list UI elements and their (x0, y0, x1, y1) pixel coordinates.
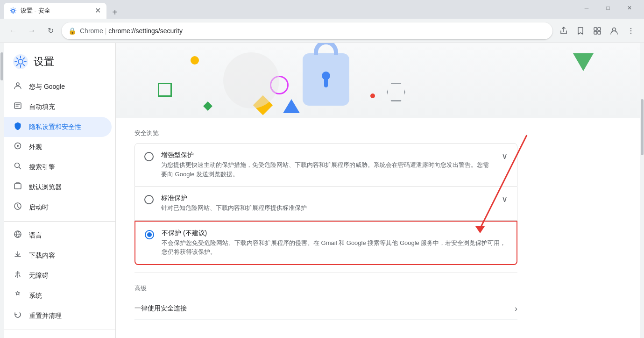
autofill-icon (13, 101, 22, 112)
content-area: 安全浏览 增强型保护 为您提供更快速主动的保护措施，免受危险网站、下载内容和扩展… (116, 129, 536, 338)
svg-rect-3 (594, 31, 597, 34)
chevron-down-icon: › (515, 304, 517, 314)
sidebar-label-language: 语言 (29, 231, 42, 240)
sidebar-scrollbar[interactable] (0, 43, 4, 338)
search-icon (13, 162, 22, 173)
svg-rect-2 (598, 28, 601, 30)
sidebar-label-appearance: 外观 (29, 143, 42, 151)
option-enhanced-content: 增强型保护 为您提供更快速主动的保护措施，免受危险网站、下载内容和扩展程序的威胁… (161, 151, 494, 179)
deco-red-dot (370, 93, 375, 98)
title-bar: 设置 - 安全 ✕ + ─ □ ✕ (0, 0, 644, 19)
system-icon (13, 290, 22, 301)
svg-point-14 (17, 145, 19, 147)
advanced-item-secure[interactable]: 一律使用安全连接 › (134, 298, 517, 320)
tab-favicon (9, 7, 17, 14)
close-button[interactable]: ✕ (619, 0, 640, 16)
radio-standard[interactable] (144, 195, 154, 204)
appearance-icon (13, 142, 22, 152)
deco-gray-circle (223, 52, 279, 108)
browser-frame: 设置 - 安全 ✕ + ─ □ ✕ ← → ↻ 🔒 Chrome | chrom… (0, 0, 644, 338)
option-standard-content: 标准保护 针对已知危险网站、下载内容和扩展程序提供标准保护 (161, 194, 494, 213)
option-enhanced-desc: 为您提供更快速主动的保护措施，免受危险网站、下载内容和扩展程序的威胁。系统会在密… (161, 160, 494, 179)
reset-icon (13, 310, 22, 321)
sidebar-item-accessibility[interactable]: 无障碍 (4, 266, 112, 286)
accessibility-icon (13, 270, 22, 281)
tab-close-button[interactable]: ✕ (95, 7, 101, 14)
option-noprotect-content: 不保护 (不建议) 不会保护您免受危险网站、下载内容和扩展程序的侵害。在 Gma… (162, 229, 507, 257)
bookmark-icon[interactable] (573, 23, 588, 38)
svg-rect-1 (594, 28, 597, 30)
sidebar-item-autofill[interactable]: 自动填充 (4, 97, 112, 117)
settings-header: 设置 (4, 47, 115, 77)
option-standard-desc: 针对已知危险网站、下载内容和扩展程序提供标准保护 (161, 203, 494, 213)
sidebar-item-language[interactable]: 语言 (4, 225, 112, 245)
expand-standard-icon[interactable]: ∨ (502, 194, 508, 204)
address-text: Chrome | chrome://settings/security (80, 27, 546, 35)
sidebar-item-startup[interactable]: 启动时 (4, 197, 112, 217)
address-input[interactable]: 🔒 Chrome | chrome://settings/security (62, 22, 552, 39)
toolbar-icons (556, 23, 638, 38)
settings-title: 设置 (34, 55, 54, 69)
menu-icon[interactable] (623, 23, 638, 38)
minimize-button[interactable]: ─ (576, 0, 597, 16)
back-button[interactable]: ← (6, 23, 21, 38)
profile-icon[interactable] (607, 23, 622, 38)
settings-logo (13, 54, 28, 69)
share-icon[interactable] (556, 23, 571, 38)
active-tab[interactable]: 设置 - 安全 ✕ (4, 3, 106, 19)
deco-lock-body (303, 53, 349, 106)
sidebar-label-default-browser: 默认浏览器 (29, 183, 62, 192)
sidebar-label-search: 搜索引擎 (29, 163, 55, 172)
privacy-icon (13, 122, 22, 132)
lock-icon: 🔒 (68, 27, 76, 35)
option-standard[interactable]: 标准保护 针对已知危险网站、下载内容和扩展程序提供标准保护 ∨ (134, 187, 517, 221)
sidebar-label-downloads: 下载内容 (29, 252, 55, 260)
illustration-area (116, 43, 640, 118)
refresh-button[interactable]: ↻ (43, 23, 58, 38)
customize-icon[interactable] (590, 23, 605, 38)
radio-enhanced[interactable] (144, 152, 154, 161)
deco-green-triangle (573, 53, 594, 71)
downloads-icon (13, 250, 22, 261)
deco-gray-hex (387, 83, 405, 101)
option-noprotect-title: 不保护 (不建议) (162, 229, 507, 237)
radio-noprotect[interactable] (145, 230, 154, 239)
option-noprotect[interactable]: 不保护 (不建议) 不会保护您免受危险网站、下载内容和扩展程序的侵害。在 Gma… (134, 221, 517, 265)
address-url: chrome://settings/security (108, 27, 183, 35)
new-tab-button[interactable]: + (108, 6, 121, 19)
sidebar-label-google: 您与 Google (29, 83, 65, 91)
sidebar-item-privacy[interactable]: 隐私设置和安全性 (4, 117, 112, 137)
sidebar-item-search[interactable]: 搜索引擎 (4, 157, 112, 177)
window-controls: ─ □ ✕ (576, 0, 640, 19)
sidebar-label-system: 系统 (29, 292, 42, 300)
language-icon (13, 230, 22, 241)
svg-point-19 (17, 271, 19, 273)
forward-button[interactable]: → (24, 23, 39, 38)
sidebar-item-google[interactable]: 您与 Google (4, 77, 112, 97)
tab-title: 设置 - 安全 (21, 7, 91, 15)
sidebar-item-system[interactable]: 系统 (4, 286, 112, 306)
option-standard-title: 标准保护 (161, 194, 494, 202)
deco-blue-triangle (283, 99, 300, 113)
svg-point-11 (16, 83, 19, 86)
sidebar-item-default-browser[interactable]: 默认浏览器 (4, 177, 112, 197)
section-divider (134, 273, 517, 273)
sidebar-item-downloads[interactable]: 下载内容 (4, 245, 112, 266)
default-browser-icon (13, 182, 22, 193)
option-enhanced[interactable]: 增强型保护 为您提供更快速主动的保护措施，免受危险网站、下载内容和扩展程序的威胁… (134, 143, 517, 187)
expand-enhanced-icon[interactable]: ∨ (502, 151, 508, 161)
scrollbar-thumb (641, 99, 644, 155)
sidebar-item-extensions[interactable]: 扩展程序 ↗ (4, 334, 112, 338)
sidebar-item-appearance[interactable]: 外观 (4, 137, 112, 157)
maximize-button[interactable]: □ (597, 0, 619, 16)
sidebar-item-reset[interactable]: 重置并清理 (4, 306, 112, 326)
address-brand: Chrome (80, 27, 103, 35)
main-scrollbar[interactable] (640, 43, 644, 338)
sidebar-label-reset: 重置并清理 (29, 312, 62, 320)
radio-inner-noprotect (147, 232, 152, 237)
deco-lock-arch (314, 43, 338, 55)
address-bar: ← → ↻ 🔒 Chrome | chrome://settings/secur… (0, 19, 644, 43)
svg-point-8 (630, 32, 631, 33)
section-advanced-label: 高级 (134, 284, 517, 293)
svg-rect-4 (598, 31, 601, 34)
